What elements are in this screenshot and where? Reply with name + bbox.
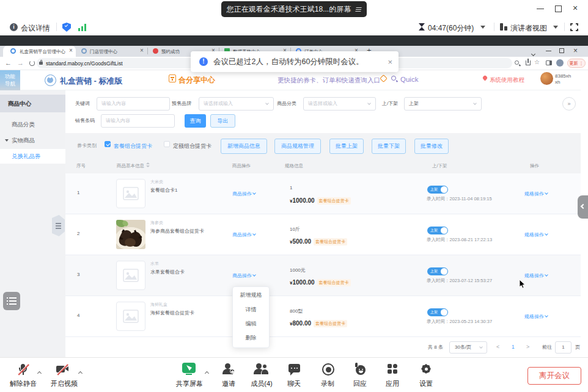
microphone-muted-icon[interactable] <box>17 363 29 376</box>
dropdown-item-detail[interactable]: 详情 <box>232 306 270 314</box>
sidebar-item-gift-voucher[interactable]: 兑换礼品券 <box>0 149 65 164</box>
row2-product-action[interactable]: 商品操作 <box>232 231 255 238</box>
camera-off-icon[interactable] <box>56 365 70 374</box>
browser-minimize-icon[interactable] <box>546 51 551 51</box>
banner-menu-icon[interactable] <box>355 7 361 12</box>
next-page-button[interactable]: > <box>526 344 529 350</box>
browser-close-icon[interactable]: × <box>573 46 578 55</box>
tab1-close-icon[interactable]: × <box>69 47 73 54</box>
row1-shelf-toggle[interactable]: 上架 <box>427 186 448 194</box>
brand-title[interactable]: 礼盒营销 - 标准版 <box>60 76 123 87</box>
meeting-timer[interactable]: 04:47(60分钟) <box>428 23 474 34</box>
chat-icon[interactable] <box>288 364 300 376</box>
invite-label[interactable]: 邀请 <box>221 379 236 388</box>
window-close-button[interactable]: × <box>573 3 578 13</box>
dropdown-item-edit[interactable]: 编辑 <box>232 320 270 328</box>
sidebar-item-goods-center[interactable]: 商品中心 <box>0 95 65 112</box>
dropdown-item-delete[interactable]: 删除 <box>232 334 270 342</box>
batch-off-button[interactable]: 批量下架 <box>372 139 406 154</box>
barcode-input[interactable]: 请输入内容 <box>101 114 175 128</box>
card-type-checkbox-2[interactable] <box>164 141 170 147</box>
row3-shelf-toggle[interactable]: 上架 <box>427 267 448 275</box>
row4-spec-action[interactable]: 规格操作 <box>524 313 548 320</box>
floating-list-button[interactable] <box>3 292 20 310</box>
add-product-button[interactable]: 新增商品信息 <box>221 139 267 154</box>
dropdown-item-add-spec[interactable]: 新增规格 <box>232 291 270 299</box>
zoom-icon[interactable] <box>515 60 519 65</box>
settings-icon[interactable] <box>421 363 432 374</box>
card-type-option-1[interactable]: 套餐组合提货卡 <box>114 142 152 150</box>
view-mode-label[interactable]: 演讲者视图 <box>510 23 547 34</box>
row3-product-action[interactable]: 商品操作 <box>232 272 255 279</box>
quick-label[interactable]: Quick <box>400 76 418 83</box>
unmute-label[interactable]: 解除静音 <box>8 379 39 388</box>
tab2-close-icon[interactable]: × <box>140 47 144 54</box>
col-header-spec: 规格信息 <box>285 163 303 169</box>
keyword-input[interactable]: 请输入内容 <box>97 97 170 111</box>
tab2-title[interactable]: 门店管理中心 <box>90 49 138 55</box>
sidebar-item-physical-goods[interactable]: 实物商品 <box>0 133 65 148</box>
start-video-label[interactable]: 开启视频 <box>50 379 78 388</box>
record-icon[interactable] <box>322 363 334 376</box>
meeting-details-label[interactable]: 会议详情 <box>21 23 50 34</box>
spec-manage-button[interactable]: 商品规格管理 <box>274 139 321 154</box>
search-button[interactable]: 查询 <box>185 114 206 128</box>
window-minimize-button[interactable] <box>537 9 544 9</box>
chat-label[interactable]: 聊天 <box>287 379 301 388</box>
fullscreen-icon[interactable] <box>570 23 578 31</box>
card-type-option-2[interactable]: 定额组合提货卡 <box>173 142 211 150</box>
settings-label[interactable]: 设置 <box>419 379 433 388</box>
prev-page-button[interactable]: < <box>496 344 499 350</box>
window-maximize-button[interactable] <box>555 5 562 12</box>
row2-shelf-toggle[interactable]: 上架 <box>427 227 448 234</box>
export-button[interactable]: 导出 <box>210 114 235 128</box>
row1-product-action[interactable]: 商品操作 <box>232 191 255 197</box>
sidebar-collapse-handle[interactable] <box>52 215 65 236</box>
profile-avatar-icon[interactable] <box>556 59 564 67</box>
category-select[interactable]: 请选择或输入 <box>303 97 376 111</box>
reload-icon[interactable] <box>29 60 35 66</box>
row1-spec-action[interactable]: 规格操作 <box>524 191 548 197</box>
tab1-title[interactable]: 礼盒营销平台管理中心 <box>20 49 67 55</box>
row3-spec-action[interactable]: 规格操作 <box>524 272 548 279</box>
apps-icon[interactable] <box>388 364 399 375</box>
meeting-info-icon[interactable]: i <box>10 23 18 31</box>
row2-spec-action[interactable]: 规格操作 <box>524 231 548 238</box>
timer-dropdown-icon[interactable] <box>480 26 485 29</box>
current-page[interactable]: 1 <box>512 344 515 350</box>
user-avatar[interactable] <box>540 72 553 85</box>
help-label[interactable]: 系统使用教程 <box>490 76 524 84</box>
url-text[interactable]: standard.maboy.cn/GoodsGiftList <box>46 60 123 67</box>
share-center-label[interactable]: 合分享中心 <box>178 75 215 85</box>
record-label[interactable]: 录制 <box>320 379 335 388</box>
network-signal-icon[interactable] <box>78 24 87 31</box>
members-label[interactable]: 成员(4) <box>248 379 276 388</box>
nav-tile[interactable]: 功能 导航 <box>0 70 20 90</box>
shelf-select[interactable]: 上架 <box>404 97 482 111</box>
goto-page-input[interactable]: 1 <box>555 341 571 354</box>
share-screen-icon[interactable] <box>182 363 196 376</box>
toast-close-icon[interactable]: × <box>388 57 392 67</box>
members-icon[interactable] <box>255 363 268 376</box>
update-badge[interactable]: 更新 ⋮ <box>567 59 586 68</box>
page-size-select[interactable]: 30条/页 <box>449 341 487 354</box>
apps-label[interactable]: 应用 <box>385 379 400 388</box>
invite-icon[interactable] <box>222 363 235 376</box>
react-label[interactable]: 回应 <box>353 379 367 388</box>
row4-shelf-toggle[interactable]: 上架 <box>427 308 448 316</box>
collapse-filters-button[interactable]: » <box>562 97 576 111</box>
share-screen-label[interactable]: 共享屏幕 <box>175 379 204 388</box>
sidebar-item-goods-category[interactable]: 商品分类 <box>0 117 65 132</box>
batch-on-button[interactable]: 批量上架 <box>329 139 364 154</box>
batch-edit-button[interactable]: 批量修改 <box>414 139 449 154</box>
forward-icon[interactable]: → <box>17 59 24 67</box>
back-icon[interactable]: ← <box>5 59 12 67</box>
bookmark-star-icon[interactable]: ☆ <box>534 59 540 65</box>
right-panel-handle[interactable] <box>578 195 588 219</box>
brand-select[interactable]: 请选择或输入 <box>199 97 274 111</box>
card-type-checkbox-1[interactable] <box>105 141 111 147</box>
browser-restore-icon[interactable] <box>559 48 564 53</box>
reaction-icon[interactable] <box>355 363 367 376</box>
leave-meeting-button[interactable]: 离开会议 <box>527 367 581 385</box>
view-mode-dropdown-icon[interactable] <box>553 26 558 29</box>
